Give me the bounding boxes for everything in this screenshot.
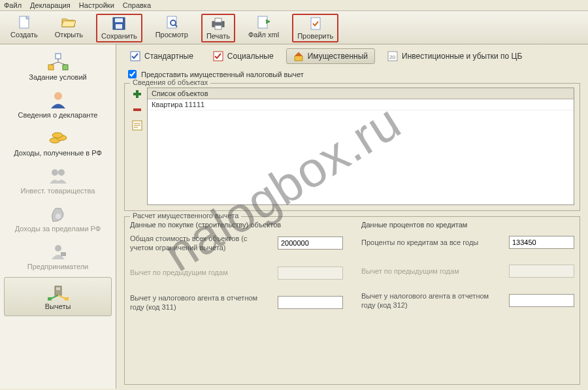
folder-open-icon — [60, 15, 77, 29]
svg-rect-13 — [48, 65, 54, 70]
svg-rect-10 — [258, 16, 267, 28]
tb-create[interactable]: Создать — [7, 14, 42, 42]
svg-point-21 — [52, 133, 63, 138]
sidebar-deductions[interactable]: Вычеты — [4, 277, 112, 316]
main-panel: Стандартные Социальные Имущественный 20 … — [116, 44, 588, 389]
checkbox-red-icon — [213, 51, 223, 61]
agent-deduction-311-label: Вычет у налогового агента в отчетном год… — [130, 293, 272, 312]
svg-rect-9 — [215, 25, 221, 29]
edit-object-icon[interactable] — [132, 120, 142, 132]
loan-interest-input[interactable] — [509, 236, 574, 249]
add-object-icon[interactable] — [132, 89, 142, 101]
print-icon — [210, 16, 227, 31]
svg-point-18 — [54, 92, 62, 100]
tb-check[interactable]: Проверить — [292, 14, 338, 42]
xml-file-icon — [255, 15, 272, 29]
svg-rect-14 — [63, 65, 68, 70]
tab-social[interactable]: Социальные — [206, 48, 281, 64]
svg-rect-2 — [115, 18, 123, 22]
tab-invest-cb[interactable]: 20 Инвестиционные и убытки по ЦБ — [380, 48, 529, 64]
save-icon — [110, 16, 127, 31]
sidebar: Задание условий Сведения о декларанте До… — [0, 44, 116, 389]
prev-years-deduction-label: Вычет по предыдущим годам — [130, 268, 272, 277]
svg-point-25 — [55, 245, 61, 252]
total-cost-label: Общая стоимость всех объектов (с учетом … — [130, 234, 272, 253]
menu-settings[interactable]: Настройки — [79, 1, 114, 9]
tb-preview[interactable]: Просмотр — [152, 14, 192, 42]
svg-line-17 — [58, 62, 65, 65]
objects-fieldset: Сведения об объектах Список объектов Ква… — [124, 83, 580, 211]
menu-help[interactable]: Справка — [123, 1, 151, 9]
money-bag-icon — [3, 204, 113, 223]
svg-rect-11 — [311, 18, 320, 29]
provide-property-deduction-label: Предоставить имущественный налоговый выч… — [141, 71, 304, 78]
sidebar-income-rf[interactable]: Доходы, полученные в РФ — [0, 124, 116, 162]
svg-line-16 — [51, 62, 58, 65]
agent-deduction-311-input[interactable] — [278, 296, 343, 309]
partnership-icon — [3, 166, 113, 186]
tab-property[interactable]: Имущественный — [286, 48, 375, 64]
svg-text:20: 20 — [389, 54, 395, 60]
menu-file[interactable]: Файл — [4, 1, 22, 9]
tb-print[interactable]: Печать — [201, 14, 235, 42]
sidebar-income-abroad[interactable]: Доходы за пределами РФ — [0, 200, 116, 238]
svg-rect-32 — [65, 297, 69, 301]
objects-list-row[interactable]: Квартира 11111 — [148, 99, 574, 110]
tab-standard[interactable]: Стандартные — [123, 48, 201, 64]
remove-object-icon[interactable] — [132, 105, 142, 116]
calc-right-col: Данные процентов по кредитам Проценты по… — [361, 221, 574, 323]
svg-rect-3 — [116, 24, 122, 29]
sidebar-declarant[interactable]: Сведения о декларанте — [0, 86, 116, 124]
objects-list[interactable]: Список объектов Квартира 11111 — [147, 88, 574, 205]
calc-fieldset: Расчет имущественного вычета Данные по п… — [124, 216, 580, 385]
agent-deduction-312-label: Вычет у налогового агента в отчетном год… — [361, 291, 504, 310]
agent-deduction-312-input[interactable] — [509, 294, 574, 307]
sidebar-entrepreneur[interactable]: Предприниматели — [0, 238, 116, 276]
calc-title: Расчет имущественного вычета — [130, 212, 241, 219]
svg-rect-31 — [48, 297, 52, 301]
menubar: Файл Декларация Настройки Справка — [0, 0, 588, 11]
check-document-icon — [307, 16, 324, 31]
calc-left-title: Данные по покупке (строительству) объект… — [130, 221, 343, 229]
svg-rect-12 — [56, 54, 61, 59]
objects-tools — [130, 88, 144, 205]
total-cost-input[interactable] — [278, 236, 343, 250]
svg-rect-8 — [215, 18, 221, 22]
tb-filexml[interactable]: Файл xml — [244, 14, 283, 42]
toolbar: Создать Открыть Сохранить Просмотр Печат… — [0, 11, 588, 44]
prev-years-deduction-input[interactable] — [278, 267, 343, 280]
prev-years-interest-deduction-input[interactable] — [509, 265, 574, 278]
calc-left-col: Данные по покупке (строительству) объект… — [130, 221, 343, 323]
objects-list-header: Список объектов — [148, 88, 574, 99]
sidebar-invest[interactable]: Инвест. товарищества — [0, 162, 116, 200]
tb-save[interactable]: Сохранить — [96, 14, 142, 42]
preview-icon — [163, 15, 180, 29]
person-icon — [3, 90, 113, 110]
svg-point-23 — [58, 169, 65, 176]
coins-icon — [3, 128, 113, 148]
objects-title: Сведения об объектах — [130, 78, 210, 86]
svg-rect-28 — [56, 287, 60, 290]
sidebar-conditions[interactable]: Задание условий — [0, 48, 116, 86]
new-document-icon — [16, 15, 33, 29]
tabs: Стандартные Социальные Имущественный 20 … — [116, 44, 588, 68]
svg-rect-26 — [61, 252, 66, 256]
conditions-icon — [3, 52, 113, 72]
checklist-icon — [130, 51, 140, 61]
prev-years-interest-deduction-label: Вычет по предыдущим годам — [361, 267, 504, 276]
deductions-icon — [7, 282, 108, 301]
menu-declaration[interactable]: Декларация — [30, 1, 71, 9]
loan-interest-label: Проценты по кредитам за все годы — [361, 238, 504, 247]
tb-open[interactable]: Открыть — [51, 14, 87, 42]
entrepreneur-icon — [3, 242, 113, 261]
svg-point-24 — [56, 214, 61, 219]
provide-property-deduction-checkbox[interactable] — [128, 70, 137, 78]
house-icon — [293, 51, 304, 61]
svg-point-22 — [52, 169, 58, 176]
calc-right-title: Данные процентов по кредитам — [361, 221, 574, 229]
doc-20-icon: 20 — [387, 51, 398, 61]
